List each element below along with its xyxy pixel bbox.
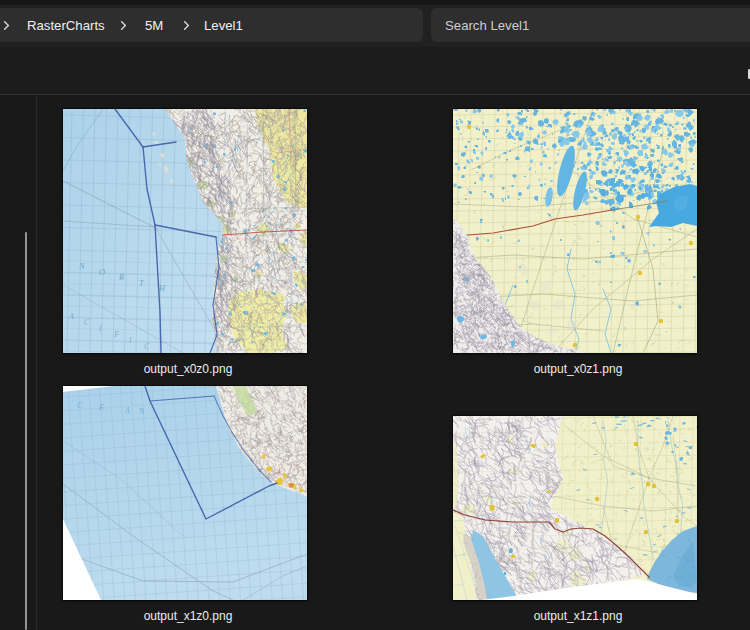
- svg-text:C: C: [77, 401, 83, 410]
- svg-text:C: C: [144, 342, 150, 351]
- svg-text:A: A: [68, 312, 74, 321]
- svg-text:F: F: [113, 330, 119, 339]
- svg-text:I: I: [128, 336, 132, 345]
- svg-text:C: C: [84, 318, 90, 327]
- svg-text:N: N: [138, 407, 145, 416]
- svg-text:A: A: [124, 406, 130, 415]
- svg-text:E: E: [98, 403, 104, 412]
- svg-text:R: R: [118, 272, 125, 282]
- svg-text:I: I: [98, 324, 102, 333]
- svg-text:O: O: [99, 267, 105, 277]
